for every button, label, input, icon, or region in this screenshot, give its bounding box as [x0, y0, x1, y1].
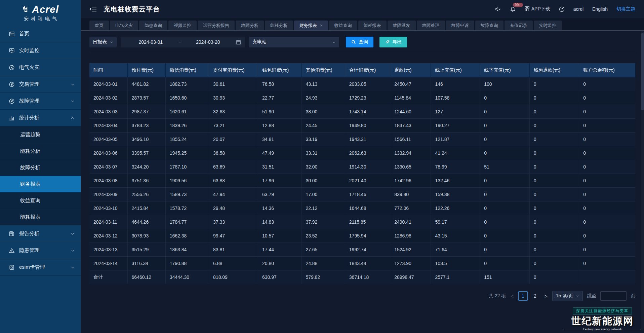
table-cell: 1914.30 — [345, 160, 390, 174]
page-button-2[interactable]: 2 — [530, 291, 540, 301]
table-cell: 51 — [480, 160, 529, 174]
column-header: 时间 — [89, 63, 127, 77]
table-cell: 0 — [529, 229, 579, 243]
date-range-picker[interactable]: 2024-03-01 ~ 2024-03-20 — [121, 37, 245, 47]
notification-bell-icon[interactable]: 99+ — [510, 6, 516, 12]
tab-3[interactable]: 视频监控 — [168, 21, 197, 30]
table-cell: 1945.25 — [165, 146, 209, 160]
table-cell: 0 — [480, 133, 529, 146]
tab-8[interactable]: 收益查询 — [329, 21, 357, 30]
table-cell: 2556.26 — [127, 188, 165, 201]
date-end-value: 2024-03-20 — [182, 39, 234, 45]
table-cell: 122.26 — [431, 201, 480, 215]
tab-1[interactable]: 电气火灾 — [110, 21, 138, 30]
sidebar-item-home[interactable]: 首页 — [0, 26, 81, 42]
table-row: 2024-03-102415.841578.7229.4814.3622.121… — [89, 201, 635, 215]
page-size-select[interactable]: 15 条/页 — [552, 291, 583, 301]
table-cell: 2450.47 — [390, 77, 431, 91]
sidebar-item-hazard[interactable]: 隐患管理 — [0, 242, 81, 259]
sidebar-item-card[interactable]: esim卡管理 — [0, 259, 81, 276]
table-cell: 146 — [431, 77, 480, 91]
tab-label: 故障查询 — [481, 23, 498, 29]
language-switch[interactable]: English — [592, 6, 608, 12]
table-row: 2024-03-053496.101855.2420.0734.8133.191… — [89, 133, 635, 146]
table-cell: 2024-03-14 — [89, 257, 127, 270]
jump-page-input[interactable] — [600, 291, 627, 301]
sidebar-subitem[interactable]: 运营趋势 — [0, 126, 81, 143]
table-row: 2024-03-043783.231839.2673.2112.8824.451… — [89, 119, 635, 133]
table-cell: 41.24 — [431, 146, 480, 160]
table-cell: 22.12 — [301, 201, 345, 215]
pagination-total: 共 22 项 — [489, 293, 506, 299]
tab-11[interactable]: 故障处理 — [417, 21, 445, 30]
table-cell: 1718.46 — [345, 188, 390, 201]
table-cell: 99.47 — [209, 229, 258, 243]
sidebar-item-stats[interactable]: 统计分析 — [0, 110, 81, 126]
tab-15[interactable]: 实时监控 — [534, 21, 562, 30]
station-select[interactable]: 充电站 — [249, 37, 339, 47]
sidebar-subitem[interactable]: 收益查询 — [0, 192, 81, 209]
table-cell: 103.5 — [431, 257, 480, 270]
sidebar-item-report[interactable]: 报告分析 — [0, 225, 81, 242]
close-icon[interactable]: × — [320, 23, 323, 28]
tab-5[interactable]: 故障分析 — [236, 21, 264, 30]
table-cell: 0 — [529, 243, 579, 257]
sidebar-item-fault[interactable]: 故障管理 — [0, 93, 81, 110]
table-cell: 1662.38 — [165, 229, 209, 243]
table-cell: 34.81 — [258, 133, 301, 146]
username[interactable]: acrel — [573, 6, 583, 12]
table-cell: 2490.41 — [390, 215, 431, 229]
sidebar-collapse-icon[interactable] — [89, 6, 97, 12]
chevron-down-icon — [71, 82, 75, 86]
table-row: 2024-03-114644.261784.7737.3314.8337.922… — [89, 215, 635, 229]
table-cell: 0 — [579, 243, 635, 257]
help-icon[interactable] — [559, 6, 565, 12]
sidebar-subitem[interactable]: 能耗分析 — [0, 143, 81, 159]
sidebar: Acrel 安科瑞电气 首页实时监控电气火灾交易管理故障管理统计分析运营趋势能耗… — [0, 0, 81, 333]
table-cell: 1837.43 — [390, 119, 431, 133]
table-cell: 1795.94 — [345, 229, 390, 243]
table-cell: 29.48 — [209, 201, 258, 215]
sidebar-subitem[interactable]: 财务报表 — [0, 176, 81, 192]
tab-13[interactable]: 故障查询 — [475, 21, 504, 30]
tab-14[interactable]: 充值记录 — [505, 21, 533, 30]
table-cell: 0 — [480, 243, 529, 257]
table-cell: 3244.20 — [127, 160, 165, 174]
table-cell: 78.99 — [431, 160, 480, 174]
tab-7[interactable]: 财务报表× — [294, 21, 328, 30]
mute-speaker-icon[interactable] — [495, 6, 501, 12]
theme-toggle-link[interactable]: 切换主题 — [616, 6, 635, 12]
sidebar-item-fire[interactable]: 电气火灾 — [0, 59, 81, 76]
report-type-select[interactable]: 日报表 — [89, 37, 117, 47]
page-button-1[interactable]: 1 — [518, 291, 528, 301]
sidebar-subitem[interactable]: 能耗报表 — [0, 209, 81, 225]
query-button[interactable]: 查询 — [346, 37, 373, 47]
tab-12[interactable]: 故障申诉 — [446, 21, 474, 30]
prev-page-button[interactable]: < — [510, 293, 514, 299]
tab-4[interactable]: 运营分析报告 — [198, 21, 235, 30]
acrel-logo-icon — [22, 5, 30, 14]
next-page-button[interactable]: > — [544, 293, 548, 299]
tab-2[interactable]: 隐患查询 — [139, 21, 167, 30]
export-button[interactable]: 导出 — [379, 37, 407, 47]
tab-10[interactable]: 故障派发 — [388, 21, 416, 30]
table-cell: 1784.77 — [165, 215, 209, 229]
page: Acrel 安科瑞电气 首页实时监控电气火灾交易管理故障管理统计分析运营趋势能耗… — [0, 0, 644, 333]
sidebar-item-monitor[interactable]: 实时监控 — [0, 42, 81, 59]
scrollbar-thumb[interactable] — [641, 33, 644, 110]
tab-0[interactable]: 首页 — [89, 21, 109, 30]
table-cell: 30.00 — [301, 174, 345, 188]
tab-label: 能耗分析 — [270, 23, 288, 29]
tab-label: 财务报表 — [299, 23, 317, 29]
jump-label: 跳至 — [587, 293, 596, 299]
tab-6[interactable]: 能耗分析 — [265, 21, 293, 30]
app-download-button[interactable]: APP下载 — [524, 6, 550, 12]
table-cell: 1787.10 — [165, 160, 209, 174]
sidebar-subitem[interactable]: 故障分析 — [0, 159, 81, 176]
sidebar-item-trade[interactable]: 交易管理 — [0, 76, 81, 93]
table-cell: 59.17 — [431, 215, 480, 229]
tab-label: 运营分析报告 — [203, 23, 229, 29]
tab-9[interactable]: 能耗报表 — [358, 21, 387, 30]
column-header: 支付宝消费(元) — [209, 63, 258, 77]
trade-icon — [9, 81, 15, 87]
